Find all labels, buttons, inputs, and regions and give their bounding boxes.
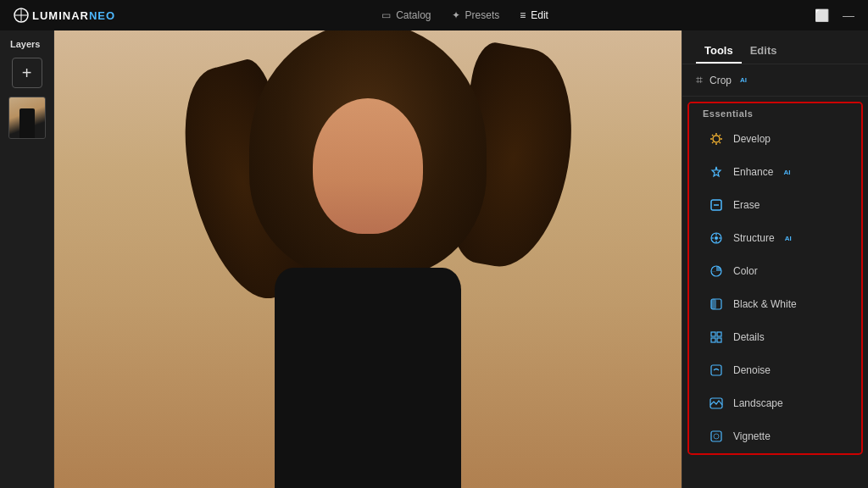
erase-label: Erase (733, 199, 760, 211)
bw-label: Black & White (733, 298, 797, 310)
color-icon (708, 263, 725, 280)
nav-presets[interactable]: ✦ Presets (452, 9, 500, 21)
tool-erase[interactable]: Erase (694, 189, 856, 221)
tab-tools[interactable]: Tools (696, 39, 742, 64)
structure-ai-badge: AI (785, 235, 792, 242)
app-logo: LUMINARNEO (14, 8, 115, 23)
landscape-label: Landscape (733, 397, 783, 409)
tool-structure[interactable]: Structure AI (694, 222, 856, 254)
details-label: Details (733, 331, 765, 343)
crop-ai-badge: AI (740, 76, 747, 84)
nav-catalog[interactable]: ▭ Catalog (381, 9, 431, 21)
minimize-button[interactable]: — (843, 8, 854, 22)
landscape-icon (708, 395, 725, 412)
tab-edits[interactable]: Edits (742, 39, 786, 64)
svg-line-9 (712, 142, 714, 144)
svg-point-28 (714, 434, 719, 439)
layers-panel: Layers + (0, 30, 54, 488)
nav-tabs: ▭ Catalog ✦ Presets ≡ Edit (381, 9, 548, 21)
enhance-icon (708, 164, 725, 180)
bw-icon (708, 296, 725, 313)
photo-face (313, 98, 423, 234)
svg-rect-22 (717, 332, 721, 336)
window-controls: ⬜ — (815, 8, 854, 22)
svg-line-6 (712, 135, 714, 136)
svg-point-1 (713, 136, 720, 142)
erase-icon (708, 197, 725, 214)
svg-line-7 (720, 142, 721, 144)
svg-rect-25 (711, 365, 721, 375)
tool-denoise[interactable]: Denoise (694, 354, 856, 386)
layer-thumb-image (9, 97, 45, 138)
share-button[interactable]: ⬜ (815, 8, 829, 22)
layer-thumbnail[interactable] (8, 97, 46, 139)
tool-black-white[interactable]: Black & White (694, 288, 856, 320)
nav-edit[interactable]: ≡ Edit (520, 9, 548, 21)
denoise-icon (708, 362, 725, 379)
svg-rect-20 (711, 299, 716, 309)
edit-icon: ≡ (520, 9, 526, 21)
svg-rect-24 (717, 338, 721, 342)
structure-label: Structure (733, 232, 775, 244)
develop-icon (708, 130, 725, 147)
crop-section[interactable]: ⌗ Crop AI (682, 64, 868, 97)
panel-tabs: Tools Edits (682, 30, 868, 64)
titlebar: LUMINARNEO ▭ Catalog ✦ Presets ≡ Edit ⬜ … (0, 0, 868, 30)
crop-icon: ⌗ (696, 73, 703, 87)
structure-icon (708, 230, 725, 247)
canvas-area (54, 30, 682, 488)
develop-label: Develop (733, 133, 771, 145)
enhance-label: Enhance (733, 166, 773, 178)
photo-canvas (54, 30, 682, 488)
tool-develop[interactable]: Develop (694, 123, 856, 155)
right-panel: Tools Edits ⌗ Crop AI Essentials Develop (682, 30, 868, 488)
color-label: Color (733, 265, 758, 277)
tool-landscape[interactable]: Landscape (694, 387, 856, 419)
vignette-label: Vignette (733, 430, 771, 442)
main-content: Layers + Tools Edits ⌗ Crop AI (0, 30, 868, 488)
svg-rect-23 (711, 338, 715, 342)
enhance-ai-badge: AI (783, 169, 790, 176)
logo-name: LUMINARNEO (32, 9, 115, 22)
essentials-label: Essentials (689, 103, 861, 122)
tool-vignette[interactable]: Vignette (694, 420, 856, 452)
details-icon (708, 329, 725, 346)
essentials-container: Essentials Develop Enhance AI (689, 103, 861, 452)
tool-enhance[interactable]: Enhance AI (694, 156, 856, 188)
crop-label: Crop (709, 75, 732, 86)
svg-rect-21 (711, 332, 715, 336)
svg-rect-27 (711, 431, 721, 441)
catalog-icon: ▭ (381, 9, 391, 21)
tool-color[interactable]: Color (694, 255, 856, 287)
presets-icon: ✦ (452, 9, 460, 21)
layers-title: Layers (10, 39, 40, 49)
vignette-icon (708, 428, 725, 445)
denoise-label: Denoise (733, 364, 771, 376)
logo-icon (14, 8, 29, 23)
photo-dress (275, 268, 461, 488)
essentials-highlight: Essentials Develop Enhance AI (687, 102, 863, 455)
add-layer-button[interactable]: + (12, 58, 42, 88)
tool-details[interactable]: Details (694, 321, 856, 353)
svg-line-8 (720, 135, 721, 136)
svg-point-13 (715, 236, 718, 240)
